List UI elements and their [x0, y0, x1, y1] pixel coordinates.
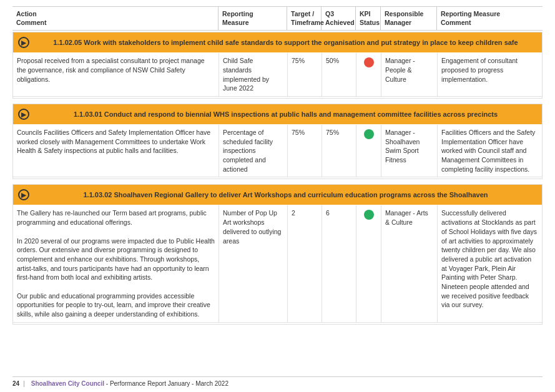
cell-manager: Manager - Arts & Culture	[381, 205, 438, 321]
header-comment: Reporting Measure Comment	[437, 7, 543, 30]
cell-target: 75%	[288, 53, 322, 96]
footer-org: Shoalhaven City Council	[31, 380, 104, 387]
section-1.1.03.01: ▶1.1.03.01 Conduct and respond to bienni…	[12, 104, 543, 179]
header-kpi: KPI Status	[356, 7, 381, 30]
section-heading-0: ▶1.1.02.05 Work with stakeholders to imp…	[13, 32, 542, 52]
footer-divider: |	[23, 380, 25, 387]
section-1.1.03.02: ▶1.1.03.02 Shoalhaven Regional Gallery t…	[12, 184, 543, 324]
cell-q3: 50%	[322, 53, 356, 96]
section-heading-text-0: 1.1.02.05 Work with stakeholders to impl…	[34, 38, 537, 47]
cell-manager: Manager - Shoalhaven Swim Sport Fitness	[381, 125, 438, 177]
cell-q3: 75%	[322, 125, 356, 177]
cell-q3: 6	[322, 205, 356, 321]
cell-comment: Engagement of consultant proposed to pro…	[438, 53, 542, 96]
header-measure: Reporting Measure	[219, 7, 287, 30]
arrow-icon[interactable]: ▶	[18, 109, 29, 120]
cell-kpi	[356, 205, 381, 321]
header-target: Target / Timeframe	[287, 7, 322, 30]
footer: 24 | Shoalhaven City Council - Performan…	[12, 376, 543, 387]
cell-manager: Manager - People & Culture	[381, 53, 438, 96]
table-row: The Gallery has re-launched our Term bas…	[13, 205, 542, 322]
table-header: Action Comment Reporting Measure Target …	[12, 6, 543, 31]
cell-comment: Successfully delivered activations at St…	[438, 205, 542, 321]
table-row: Councils Facilities Officers and Safety …	[13, 125, 542, 177]
arrow-icon[interactable]: ▶	[18, 189, 29, 200]
footer-report-title: Performance Report January - March 2022	[110, 380, 228, 387]
sections-container: ▶1.1.02.05 Work with stakeholders to imp…	[12, 32, 543, 324]
header-q3: Q3 Achieved	[322, 7, 356, 30]
cell-action: Proposal received from a specialist cons…	[13, 53, 219, 96]
cell-kpi	[356, 53, 381, 96]
cell-target: 2	[288, 205, 322, 321]
section-heading-2: ▶1.1.03.02 Shoalhaven Regional Gallery t…	[13, 185, 542, 205]
header-action: Action Comment	[12, 7, 219, 30]
kpi-status-dot-green	[364, 129, 374, 139]
kpi-status-dot-red	[364, 57, 374, 67]
page: { "header": { "col1": "Action\nComment",…	[0, 0, 555, 392]
section-heading-text-1: 1.1.03.01 Conduct and respond to biennia…	[34, 110, 537, 119]
cell-comment: Facilities Officers and the Safety Imple…	[438, 125, 542, 177]
cell-measure: Percentage of scheduled facility inspect…	[219, 125, 288, 177]
section-heading-1: ▶1.1.03.01 Conduct and respond to bienni…	[13, 104, 542, 124]
cell-target: 75%	[288, 125, 322, 177]
footer-page: 24	[12, 380, 19, 387]
section-heading-text-2: 1.1.03.02 Shoalhaven Regional Gallery to…	[34, 190, 537, 199]
arrow-icon[interactable]: ▶	[18, 37, 29, 48]
header-manager: Responsible Manager	[381, 7, 437, 30]
cell-measure: Child Safe standards implemented by June…	[219, 53, 288, 96]
cell-action: The Gallery has re-launched our Term bas…	[13, 205, 219, 321]
kpi-status-dot-green	[364, 210, 374, 220]
cell-kpi	[356, 125, 381, 177]
section-1.1.02.05: ▶1.1.02.05 Work with stakeholders to imp…	[12, 32, 543, 99]
cell-action: Councils Facilities Officers and Safety …	[13, 125, 219, 177]
table-row: Proposal received from a specialist cons…	[13, 53, 542, 97]
cell-measure: Number of Pop Up Art workshops delivered…	[219, 205, 288, 321]
footer-text: Shoalhaven City Council - Performance Re…	[31, 380, 228, 387]
